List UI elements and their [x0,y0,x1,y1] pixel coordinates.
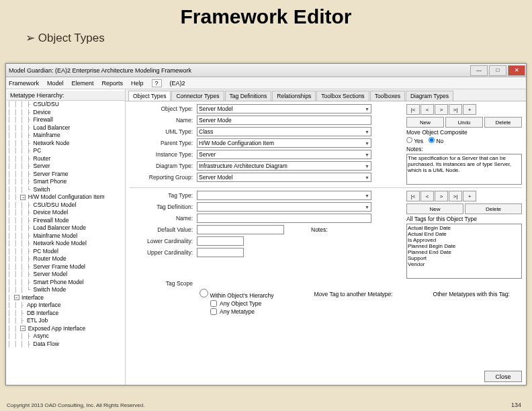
chevron-down-icon: ▼ [365,175,369,180]
tag-type-combo[interactable]: ▼ [197,191,371,200]
close-button[interactable]: Close [484,371,522,382]
nav-next-button[interactable]: > [435,104,448,115]
menu-reports[interactable]: Reports [102,80,124,87]
tree-collapse-icon[interactable]: − [20,195,26,200]
within-hierarchy-radio[interactable]: Within Object's Hierarchy [200,289,274,299]
upper-cardinality-label: Upper Cardinality: [130,249,197,256]
tag-definition-combo[interactable]: ▼ [197,202,371,212]
radio-yes[interactable]: Yes [406,137,423,144]
tag-nav-add-button[interactable]: + [463,191,476,201]
new-button[interactable]: New [406,117,444,128]
uml-type-combo[interactable]: Class▼ [197,127,371,136]
menu-model[interactable]: Model [47,80,64,87]
tag-delete-button[interactable]: Delete [465,203,522,214]
slide-title: Framework Editor [0,0,532,31]
delete-button[interactable]: Delete [484,117,522,128]
menu-help[interactable]: Help [131,80,144,87]
chevron-down-icon: ▼ [365,205,369,210]
tree-label: Metatype Hierarchy: [7,91,125,101]
default-value-label: Default Value: [130,226,197,233]
main-tabs: Object Types Connector Types Tag Definit… [126,89,526,101]
tree: │ │ │ ├ CSU/DSU │ │ │ ├ Device │ │ │ ├ F… [7,101,125,348]
notes-header: Notes: [406,146,522,152]
tab-object-types[interactable]: Object Types [128,91,171,101]
form-area: Object Type: Server Model▼ Name: UML Typ… [126,101,526,385]
any-object-type-label: Any Object Type [220,300,261,307]
menu-framework[interactable]: Framework [9,80,39,87]
tab-diagram-types[interactable]: Diagram Types [406,91,453,101]
diagram-type-label: Diagram Type: [130,163,197,169]
tag-nav-first-button[interactable]: |< [406,191,420,201]
default-value-input[interactable] [197,225,284,234]
slide-bullet: ➢ Object Types [0,31,532,45]
notes-textarea[interactable]: The specification for a Server that can … [406,154,522,185]
all-tags-label: All Tags for this Object Type [406,216,522,222]
name-input[interactable] [197,116,371,125]
name-label: Name: [130,117,197,124]
tag-nav-buttons: |< < > >| + [406,191,522,201]
nav-first-button[interactable]: |< [406,104,420,115]
object-type-label: Object Type: [130,105,197,112]
undo-button[interactable]: Undo [445,117,483,128]
tab-relationships[interactable]: Relationships [272,91,316,101]
move-composite-label: Move Object Composite [406,129,522,136]
reporting-group-combo[interactable]: Server Model▼ [197,173,371,182]
tab-connector-types[interactable]: Connector Types [171,91,224,101]
any-metatype-label: Any Metatype [220,308,255,315]
tag-scope-label: Tag Scope [130,280,197,287]
uml-type-label: UML Type: [130,128,197,135]
nav-add-button[interactable]: + [463,104,476,115]
nav-buttons: |< < > >| + [406,104,522,115]
brand-label: (EA)2 [170,80,185,87]
tag-name-input[interactable] [197,214,371,223]
any-object-type-check[interactable] [210,300,217,307]
minimize-button[interactable]: — [470,65,488,76]
tag-new-button[interactable]: New [406,203,463,214]
instance-type-label: Instance Type: [130,151,197,158]
titlebar: Model Guardian: (EA)2 Enterprise Archite… [6,64,526,77]
chevron-down-icon: ▼ [365,152,369,157]
notes2-label: Notes: [311,226,328,233]
any-metatype-check[interactable] [210,308,217,315]
tree-collapse-icon[interactable]: − [20,326,26,331]
nav-last-button[interactable]: >| [449,104,462,115]
tree-panel[interactable]: Metatype Hierarchy: │ │ │ ├ CSU/DSU │ │ … [6,89,126,385]
help-button[interactable]: ? [152,79,162,87]
tag-definition-label: Tag Definition: [130,203,197,210]
other-metatypes-label: Other Metatypes with this Tag: [433,291,510,298]
parent-type-label: Parent Type: [130,140,197,146]
chevron-down-icon: ▼ [365,107,369,111]
menubar: Framework Model Element Reports Help ? (… [6,77,526,89]
tag-nav-last-button[interactable]: >| [449,191,462,201]
page-number: 134 [511,402,521,408]
app-window: Model Guardian: (EA)2 Enterprise Archite… [5,63,527,385]
tab-toolbox-sections[interactable]: Toolbox Sections [316,91,369,101]
radio-no[interactable]: No [429,137,443,144]
chevron-down-icon: ▼ [365,141,369,146]
tag-nav-prev-button[interactable]: < [420,191,434,201]
close-window-button[interactable]: ✕ [508,65,525,76]
nav-prev-button[interactable]: < [420,104,434,115]
tree-collapse-icon[interactable]: − [14,295,19,300]
tab-toolboxes[interactable]: Toolboxes [370,91,405,101]
object-type-combo[interactable]: Server Model▼ [197,104,371,113]
lower-cardinality-input[interactable] [197,236,244,246]
reporting-group-label: Reporting Group: [130,174,197,181]
chevron-down-icon: ▼ [365,164,369,169]
upper-cardinality-input[interactable] [197,248,244,257]
maximize-button[interactable]: □ [489,65,506,76]
chevron-down-icon: ▼ [365,193,369,198]
parent-type-combo[interactable]: H/W Mode Configuration Item▼ [197,138,371,148]
window-title: Model Guardian: (EA)2 Enterprise Archite… [9,67,191,74]
diagram-type-combo[interactable]: Infrastructure Architecture Diagram▼ [197,161,371,171]
tag-nav-next-button[interactable]: > [435,191,448,201]
tag-name-label: Name: [130,215,197,222]
instance-type-combo[interactable]: Server▼ [197,150,371,159]
menu-element[interactable]: Element [72,80,94,87]
tab-tag-definitions[interactable]: Tag Definitions [225,91,272,101]
chevron-down-icon: ▼ [365,130,369,134]
move-tag-label: Move Tag to another Metatype: [314,291,393,298]
all-tags-listbox[interactable]: Actual Begin Date Actual End Date Is App… [406,224,522,279]
copyright: Copyright 2013 OAD Consulting, Inc. All … [7,402,144,408]
tag-type-label: Tag Type: [130,192,197,199]
